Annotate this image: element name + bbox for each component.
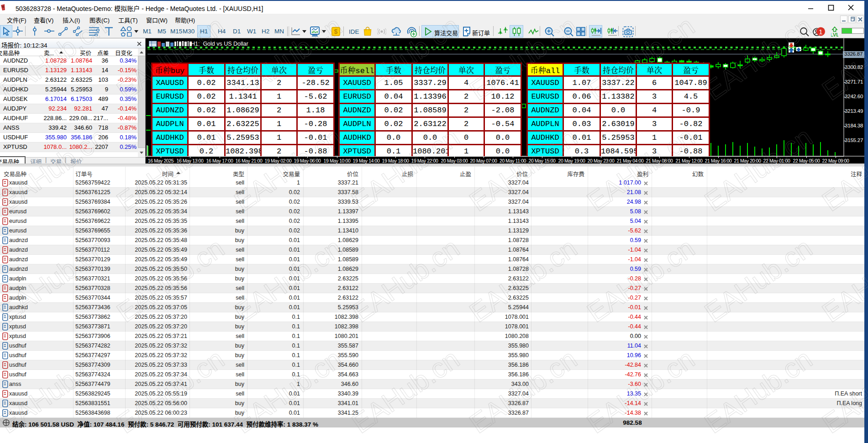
svg-text:$: $	[334, 28, 338, 35]
svg-text:LVL: LVL	[831, 32, 838, 37]
svg-text:1: 1	[819, 28, 822, 36]
